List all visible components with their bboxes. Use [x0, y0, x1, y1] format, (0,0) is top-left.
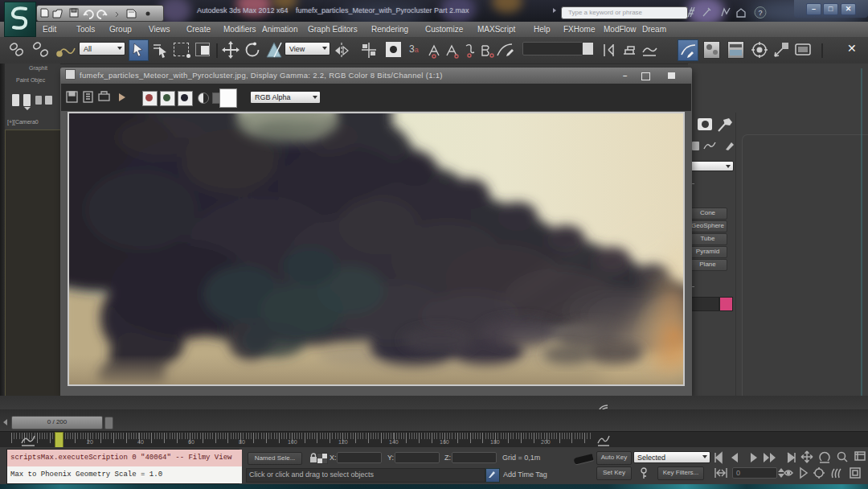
svg-text:?: ?	[758, 9, 762, 17]
